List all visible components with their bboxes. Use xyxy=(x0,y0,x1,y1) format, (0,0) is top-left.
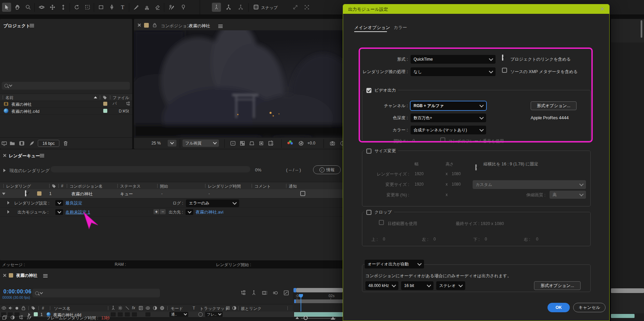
expand-output-module-icon[interactable] xyxy=(7,210,9,214)
orbit-camera-tool-icon[interactable] xyxy=(37,3,46,12)
resize-preset-dropdown[interactable]: カスタム xyxy=(473,180,586,189)
interpret-footage-icon[interactable] xyxy=(1,140,7,146)
expand-render-settings-icon[interactable] xyxy=(7,201,9,204)
zoom-level-dropdown[interactable] xyxy=(168,140,176,147)
frame-blend-column-icon[interactable] xyxy=(138,306,143,311)
depth-dropdown[interactable]: 数百万色+ xyxy=(411,114,486,122)
audio-output-dropdown[interactable]: オーディオ出力が自動 xyxy=(365,260,424,268)
channel-rgb-icon[interactable] xyxy=(287,141,293,146)
exposure-icon[interactable] xyxy=(298,140,304,146)
label-color-swatch[interactable] xyxy=(103,102,107,106)
brush-tool-icon[interactable] xyxy=(132,3,141,12)
clone-stamp-tool-icon[interactable] xyxy=(142,3,151,12)
puppet-pin-tool-icon[interactable] xyxy=(179,3,188,12)
format-options-button[interactable]: 形式オプション... xyxy=(531,101,577,110)
panel-menu-icon[interactable] xyxy=(30,24,34,25)
scrollbar[interactable] xyxy=(641,20,642,38)
fast-previews-icon[interactable] xyxy=(230,140,236,146)
lock-column-icon[interactable] xyxy=(21,306,26,311)
add-output-module-icon[interactable]: + xyxy=(153,209,159,214)
tab-main-options[interactable]: メインオプション xyxy=(354,25,390,31)
scale-around-center-icon[interactable] xyxy=(291,3,300,12)
expand-layer-switches-icon[interactable] xyxy=(2,315,7,320)
rotate-tool-icon[interactable] xyxy=(72,3,81,12)
crop-top-value[interactable]: 0 xyxy=(383,237,385,242)
col-render-time[interactable]: レンダリング時間 xyxy=(208,184,241,189)
project-search-input[interactable] xyxy=(2,82,130,90)
remove-output-module-icon[interactable]: − xyxy=(160,209,166,214)
region-of-interest-icon[interactable] xyxy=(258,140,264,146)
channels-dropdown[interactable]: RGB + アルファ xyxy=(411,101,486,110)
comp-tab-kind[interactable]: コンポジション xyxy=(161,23,191,29)
crop-checkbox[interactable] xyxy=(366,210,371,215)
label-column-icon[interactable] xyxy=(52,184,56,188)
close-tab-icon[interactable] xyxy=(3,154,6,157)
output-to-dropdown[interactable] xyxy=(186,209,193,215)
grid-guides-icon[interactable] xyxy=(268,140,274,146)
col-notify[interactable]: 通知 xyxy=(289,184,297,189)
project-row-composition[interactable]: 夜霧の神社 xyxy=(0,100,132,108)
parent-link-column[interactable]: 親とリンク xyxy=(241,306,261,312)
collapse-item-icon[interactable] xyxy=(2,193,5,195)
timeline-tab-label[interactable]: 夜霧の神社 xyxy=(16,273,37,279)
project-tab-label[interactable]: プロジェクト xyxy=(3,23,30,29)
log-dropdown[interactable]: エラーのみ xyxy=(186,199,239,207)
panel-menu-icon[interactable] xyxy=(40,154,44,155)
selection-tool-icon[interactable] xyxy=(2,3,11,12)
audio-column-icon[interactable] xyxy=(8,306,13,311)
lock-aspect-checkbox[interactable] xyxy=(475,164,477,170)
grid-options-icon[interactable] xyxy=(302,3,311,12)
resize-checkbox[interactable] xyxy=(366,149,371,154)
audio-format-options-button[interactable]: 形式オプション... xyxy=(534,281,581,290)
video-output-checkbox[interactable] xyxy=(366,88,371,93)
label-column-icon[interactable] xyxy=(103,95,107,100)
bit-depth-dropdown[interactable]: 16 bit xyxy=(401,281,433,290)
zoom-level-value[interactable]: 25 % xyxy=(151,141,161,146)
timeline-search-input[interactable] xyxy=(32,289,160,297)
trash-icon[interactable] xyxy=(63,140,68,146)
close-tab-icon[interactable] xyxy=(3,274,6,277)
resolution-dropdown[interactable]: フル画質 xyxy=(183,139,219,147)
solo-column-icon[interactable] xyxy=(16,307,18,310)
new-composition-icon[interactable] xyxy=(19,140,25,146)
effects-column-icon[interactable]: fx xyxy=(132,306,135,310)
format-dropdown[interactable]: QuickTime xyxy=(411,55,496,64)
expand-transfer-controls-icon[interactable] xyxy=(10,315,15,320)
shape-tool-icon[interactable] xyxy=(96,3,106,12)
view-axis-mode-icon[interactable] xyxy=(236,3,245,12)
include-xmp-checkbox[interactable] xyxy=(502,68,507,73)
dialog-title-bar[interactable]: 出力モジュール設定 .app .xicon.dk::before,.app .x… xyxy=(343,4,609,14)
post-render-dropdown[interactable]: なし xyxy=(411,67,496,76)
stretch-quality-dropdown[interactable]: 高 xyxy=(550,191,586,199)
col-comp-name[interactable]: コンポジション名 xyxy=(69,184,103,189)
layer-label-swatch[interactable] xyxy=(34,312,38,316)
mask-visibility-icon[interactable] xyxy=(249,140,255,146)
snapshot-icon[interactable] xyxy=(330,140,335,146)
current-render-disclosure-icon[interactable] xyxy=(3,169,6,172)
cancel-button[interactable]: キャンセル xyxy=(573,303,606,312)
crop-left-value[interactable]: 0 xyxy=(433,237,436,242)
motion-blur-column-icon[interactable] xyxy=(145,306,150,311)
col-rendering[interactable]: レンダリング xyxy=(6,184,31,189)
track-matte-column[interactable]: トラックマット xyxy=(200,306,229,312)
timeline-horizontal-scrollbar[interactable] xyxy=(296,288,343,292)
timeline-zoom-handle[interactable] xyxy=(304,316,308,320)
render-settings-link[interactable]: 最良設定 xyxy=(65,200,82,206)
ok-button[interactable]: OK xyxy=(548,303,570,312)
comp-tab-name[interactable]: 夜霧の神社 xyxy=(189,23,210,29)
preserve-transparency-column[interactable]: T xyxy=(193,306,195,311)
collapse-column-icon[interactable] xyxy=(118,306,123,311)
adjust-render-engine-icon[interactable] xyxy=(29,140,35,146)
bpc-button[interactable]: 16 bpc xyxy=(38,140,59,147)
queue-item-row[interactable]: 1 夜霧の神社 キュー - - xyxy=(0,189,343,198)
roto-brush-tool-icon[interactable] xyxy=(167,3,176,12)
col-status[interactable]: ステータス xyxy=(120,184,141,189)
include-project-link-checkbox[interactable] xyxy=(502,55,503,61)
pan-camera-tool-icon[interactable] xyxy=(48,3,57,12)
item-comp-name[interactable]: 夜霧の神社 xyxy=(72,191,93,197)
col-number[interactable]: # xyxy=(61,184,63,188)
motion-blur-icon[interactable] xyxy=(273,290,278,296)
render-settings-dropdown[interactable] xyxy=(55,200,63,206)
info-button[interactable]: i 情報 xyxy=(313,165,341,174)
number-column[interactable]: # xyxy=(42,306,44,311)
